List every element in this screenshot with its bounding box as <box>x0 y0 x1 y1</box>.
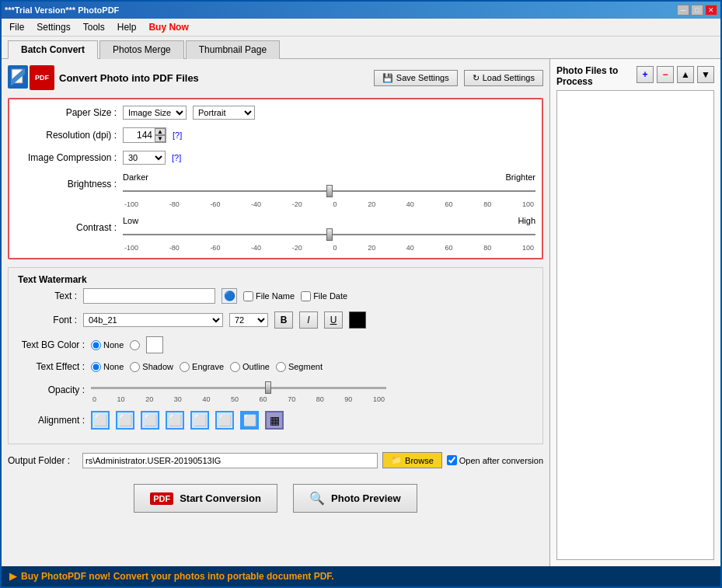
move-up-button[interactable]: ▲ <box>677 66 694 83</box>
textbg-color-box[interactable] <box>146 336 163 353</box>
alignment-row: Alignment : ⬜ ⬜ ⬜ ⬜ ⬜ ⬜ ⬜ ▦ <box>15 411 536 430</box>
paper-size-select[interactable]: Image Size A4 Letter <box>123 106 187 120</box>
textbg-none-input[interactable] <box>91 340 101 350</box>
open-after-label: Open after conversion <box>447 455 543 465</box>
effect-shadow-radio[interactable] <box>130 362 140 372</box>
add-file-button[interactable]: + <box>637 66 654 83</box>
align-middleright[interactable]: ⬜ <box>215 411 234 430</box>
resolution-help[interactable]: [?] <box>173 130 182 140</box>
effect-shadow: Shadow <box>130 362 173 372</box>
output-folder-label: Output Folder : <box>8 455 78 466</box>
orientation-select[interactable]: Portrait Landscape <box>193 106 255 120</box>
align-tile[interactable]: ▦ <box>265 411 284 430</box>
watermark-text-row: Text : 🔵 File Name File Date <box>15 288 536 304</box>
resolution-down[interactable]: ▼ <box>155 135 166 142</box>
move-down-button[interactable]: ▼ <box>697 66 714 83</box>
textbg-color-input[interactable] <box>130 340 140 350</box>
align-middleleft[interactable]: ⬜ <box>166 411 184 430</box>
font-select[interactable]: 04b_21 <box>83 313 223 327</box>
right-panel-title: Photo Files to Process + − ▲ ▼ <box>556 65 714 87</box>
conversion-pdf-icon: PDF <box>150 492 173 505</box>
resolution-up[interactable]: ▲ <box>155 128 166 135</box>
remove-file-button[interactable]: − <box>657 66 674 83</box>
output-folder-input[interactable] <box>82 453 378 468</box>
text-color-box[interactable] <box>349 311 366 329</box>
contrast-label: Contrast : <box>16 222 117 233</box>
toolbar-row: PDF Convert Photo into PDF Files 💾 Save … <box>8 65 543 90</box>
tab-photos-merge[interactable]: Photos Merge <box>99 40 184 59</box>
align-center[interactable]: ⬜ <box>190 411 209 430</box>
opacity-line <box>91 387 386 389</box>
settings-section: Paper Size : Image Size A4 Letter Portra… <box>8 98 543 259</box>
compression-select[interactable]: 30 50 70 90 <box>123 151 166 165</box>
minimize-button[interactable]: ─ <box>677 5 689 16</box>
filename-checkbox[interactable] <box>243 291 253 301</box>
opacity-track[interactable] <box>91 380 386 395</box>
underline-button[interactable]: U <box>324 311 343 329</box>
align-topcenter[interactable]: ⬜ <box>116 411 134 430</box>
tab-batch-convert[interactable]: Batch Convert <box>8 40 98 59</box>
font-row: Font : 04b_21 72 48 36 B I U <box>15 311 536 329</box>
brightness-labels: Darker Brighter <box>123 172 535 182</box>
brightness-label: Brightness : <box>16 179 117 190</box>
menu-bar: File Settings Tools Help Buy Now <box>2 19 720 37</box>
contrast-thumb[interactable] <box>326 228 333 241</box>
open-after-checkbox[interactable] <box>447 455 457 465</box>
compression-help[interactable]: [?] <box>172 153 181 162</box>
contrast-scale: -100-80-60-40-20020406080100 <box>123 244 535 252</box>
opacity-row: Opacity : 0102030405060708090100 <box>15 380 536 403</box>
watermark-title: Text Watermark <box>15 274 90 285</box>
brightness-thumb[interactable] <box>326 185 333 197</box>
watermark-text-input[interactable] <box>83 288 215 304</box>
italic-button[interactable]: I <box>299 311 318 329</box>
menu-tools[interactable]: Tools <box>78 20 110 34</box>
opacity-thumb[interactable] <box>265 381 271 394</box>
pdf-icon: PDF <box>30 65 54 90</box>
menu-settings[interactable]: Settings <box>32 20 75 34</box>
menu-buy-now[interactable]: Buy Now <box>144 20 193 34</box>
title-bar: ***Trial Version*** PhotoPDF ─ □ ✕ <box>2 2 720 19</box>
load-settings-button[interactable]: ↻ Load Settings <box>464 70 543 86</box>
effect-outline-radio[interactable] <box>230 362 240 372</box>
main-window: ***Trial Version*** PhotoPDF ─ □ ✕ File … <box>0 0 722 588</box>
tab-thumbnail-page[interactable]: Thumbnail Page <box>186 40 280 59</box>
effect-engrave: Engrave <box>180 362 224 372</box>
font-size-select[interactable]: 72 48 36 <box>229 313 268 327</box>
close-button[interactable]: ✕ <box>705 5 717 16</box>
resolution-input[interactable] <box>124 129 155 141</box>
brightness-darker: Darker <box>123 172 148 182</box>
convert-title-area: PDF Convert Photo into PDF Files <box>8 65 199 90</box>
convert-title-text: Convert Photo into PDF Files <box>59 72 199 84</box>
promo-icon: ▶ <box>9 571 16 582</box>
brightness-brighter: Brighter <box>505 172 535 182</box>
align-topleft[interactable]: ⬜ <box>91 411 110 430</box>
effect-segment: Segment <box>276 362 323 372</box>
align-topright[interactable]: ⬜ <box>141 411 159 430</box>
menu-file[interactable]: File <box>5 20 29 34</box>
effect-engrave-radio[interactable] <box>180 362 190 372</box>
right-panel-toolbar: + − ▲ ▼ <box>637 66 714 83</box>
browse-button[interactable]: 📁 Browse <box>382 452 442 468</box>
photo-preview-button[interactable]: 🔍 Photo Preview <box>293 484 417 513</box>
texteffect-row: Text Effect : None Shadow Engrave <box>15 361 536 372</box>
effect-none-radio[interactable] <box>91 362 101 372</box>
textbg-label: Text BG Color : <box>15 339 85 350</box>
bold-button[interactable]: B <box>274 311 293 329</box>
restore-button[interactable]: □ <box>691 5 703 16</box>
refresh-icon: ↻ <box>473 73 480 83</box>
menu-help[interactable]: Help <box>113 20 141 34</box>
align-bottomcenter[interactable]: ⬜ <box>240 411 259 430</box>
contrast-track[interactable] <box>123 225 535 244</box>
watermark-color-picker[interactable]: 🔵 <box>221 288 237 304</box>
brightness-scale: -100-80-60-40-20020406080100 <box>123 200 535 208</box>
opacity-label: Opacity : <box>15 384 85 395</box>
save-settings-button[interactable]: 💾 Save Settings <box>374 70 458 86</box>
output-row: Output Folder : 📁 Browse Open after conv… <box>8 449 543 471</box>
effect-none: None <box>91 362 124 372</box>
start-conversion-button[interactable]: PDF Start Conversion <box>134 484 277 513</box>
alignment-label: Alignment : <box>15 415 85 426</box>
effect-segment-radio[interactable] <box>276 362 286 372</box>
filedate-checkbox[interactable] <box>301 291 311 301</box>
folder-icon: 📁 <box>391 455 402 465</box>
brightness-track[interactable] <box>123 182 535 200</box>
